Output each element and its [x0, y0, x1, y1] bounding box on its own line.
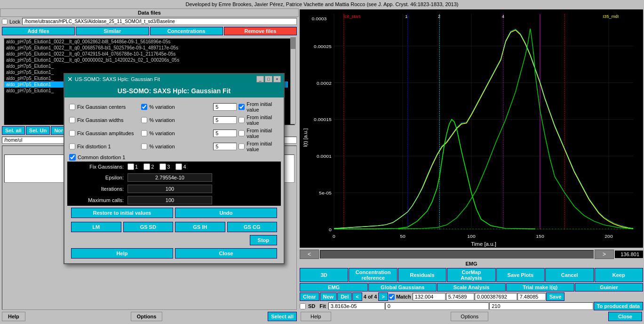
- close-button-bottom[interactable]: Close: [608, 312, 642, 321]
- next-button[interactable]: >: [378, 292, 388, 301]
- add-files-button[interactable]: Add files: [2, 27, 75, 35]
- del-button[interactable]: Del: [337, 292, 352, 301]
- emg-button[interactable]: EMG: [300, 283, 368, 292]
- concentrations-button[interactable]: Concentrations: [150, 27, 223, 35]
- dialog-close[interactable]: ×: [273, 76, 281, 82]
- gaussian-2-checkbox[interactable]: [143, 163, 150, 170]
- list-item[interactable]: aldo_pH7p5_Elution1_: [4, 63, 288, 69]
- guinier-button[interactable]: Guinier: [575, 283, 643, 292]
- tab-residuals[interactable]: Residuals: [398, 268, 446, 282]
- match-checkbox[interactable]: [389, 294, 395, 300]
- val3-input[interactable]: [475, 293, 517, 300]
- select-all-button[interactable]: Select all: [268, 312, 297, 321]
- sd-checkbox[interactable]: [300, 303, 306, 309]
- nav-progress-bar[interactable]: [320, 250, 594, 259]
- tab-cormap[interactable]: CorMap Analysis: [447, 268, 495, 282]
- from-initial-amp-label: From initial value: [246, 128, 279, 139]
- new-button[interactable]: New: [320, 292, 337, 301]
- remove-files-button[interactable]: Remove files: [224, 27, 297, 35]
- val1-input[interactable]: [413, 293, 445, 300]
- list-item[interactable]: aldo_pH7p5_Elution1_0022__lt_q0_0742915-…: [4, 51, 288, 57]
- help-button-bottom[interactable]: Help: [301, 312, 331, 321]
- pct-centers-input[interactable]: [213, 103, 237, 111]
- lock-path-input[interactable]: [22, 18, 297, 25]
- tab-3d[interactable]: 3D: [300, 268, 348, 282]
- max-calls-label: Maximum calls:: [71, 197, 127, 203]
- epsilon-input[interactable]: [127, 173, 212, 182]
- gaussian-2-label[interactable]: 2: [143, 163, 154, 170]
- dialog-maximize[interactable]: □: [265, 76, 272, 82]
- max-calls-input[interactable]: [127, 196, 212, 204]
- dialog-minimize[interactable]: _: [256, 76, 264, 82]
- from-initial-amp-checkbox[interactable]: [239, 130, 245, 137]
- val2-input[interactable]: [446, 293, 474, 300]
- nav-prev-button[interactable]: <: [300, 250, 319, 259]
- similar-button[interactable]: Similar: [76, 27, 149, 35]
- nav-next-button[interactable]: >: [595, 250, 614, 259]
- zero-input[interactable]: [385, 302, 489, 310]
- lock-checkbox[interactable]: [2, 19, 8, 24]
- lm-button[interactable]: LM: [71, 222, 121, 232]
- pct-widths-input[interactable]: [213, 116, 237, 124]
- pct-var-amp-checkbox[interactable]: [141, 130, 147, 137]
- dialog-close-button[interactable]: Close: [175, 248, 277, 259]
- gaussian-3-label[interactable]: 3: [159, 163, 170, 170]
- stop-button[interactable]: Stop: [250, 235, 277, 245]
- clear-button[interactable]: Clear: [300, 292, 319, 301]
- iterations-input[interactable]: [127, 185, 212, 193]
- pct-amp-input[interactable]: [213, 130, 237, 137]
- to-produced-data-button[interactable]: To produced data: [594, 302, 643, 310]
- gaussian-4-checkbox[interactable]: [175, 163, 182, 170]
- from-initial-widths-checkbox[interactable]: [239, 117, 245, 123]
- common-distortion-checkbox[interactable]: [69, 154, 76, 161]
- svg-text:0: 0: [329, 227, 332, 232]
- pct-var-dist-checkbox[interactable]: [141, 143, 147, 150]
- fix-centers-checkbox[interactable]: [69, 104, 75, 110]
- from-initial-dist-checkbox[interactable]: [239, 143, 245, 150]
- save-plots-button[interactable]: Save Plots: [496, 268, 545, 282]
- restore-button[interactable]: Restore to initial values: [71, 208, 173, 218]
- sel-all-button[interactable]: Sel. all: [2, 126, 25, 135]
- undo-button[interactable]: Undo: [175, 208, 277, 218]
- save-button[interactable]: Save: [546, 292, 565, 301]
- nav-value: 136.801: [615, 251, 643, 258]
- fix-distortion-checkbox[interactable]: [69, 143, 75, 150]
- fix-distortion-label: Fix distortion 1: [77, 144, 139, 149]
- val4-input[interactable]: [517, 293, 546, 300]
- tab-concentration-reference[interactable]: Concentration reference: [349, 268, 397, 282]
- prev-button[interactable]: <: [352, 292, 362, 301]
- options-button[interactable]: Options: [131, 312, 163, 321]
- dialog-help-button[interactable]: Help: [71, 248, 173, 259]
- keep-button[interactable]: Keep: [595, 268, 643, 282]
- help-close-row: Help Close: [67, 246, 281, 260]
- gaussian-1-checkbox[interactable]: [127, 163, 134, 170]
- options-button-bottom[interactable]: Options: [451, 312, 488, 321]
- gs-ih-button[interactable]: GS IH: [175, 222, 225, 232]
- gaussian-fit-dialog: ✕ US-SOMO: SAXS Hplc: Gaussian Fit _ □ ×…: [64, 73, 285, 264]
- fix-widths-checkbox[interactable]: [69, 117, 75, 123]
- fit-value-input[interactable]: [328, 302, 385, 310]
- list-item[interactable]: aldo_pH7p5_Elution1_0022__lt_q0_0062862-…: [4, 39, 288, 45]
- scale-analysis-button[interactable]: Scale Analysis: [437, 283, 505, 292]
- pct-dist-input[interactable]: [213, 143, 237, 150]
- epsilon-label: Epsilon:: [71, 175, 127, 180]
- pct-var-centers-checkbox[interactable]: [141, 104, 147, 110]
- gaussian-4-label[interactable]: 4: [175, 163, 186, 170]
- gaussian-3-checkbox[interactable]: [159, 163, 166, 170]
- dialog-close-x[interactable]: ✕: [67, 75, 73, 83]
- pct-var-widths-checkbox[interactable]: [141, 117, 147, 123]
- sel-un-button[interactable]: Sel. Un: [26, 126, 50, 135]
- list-item[interactable]: aldo_pH7p5_Elution1_0022__lt_q0_00000002…: [4, 57, 277, 63]
- gs-cg-button[interactable]: GS CG: [227, 222, 278, 232]
- from-initial-centers-checkbox[interactable]: [239, 104, 245, 110]
- val210-input[interactable]: [489, 302, 593, 310]
- gs-sd-button[interactable]: GS SD: [123, 222, 174, 232]
- cancel-button[interactable]: Cancel: [545, 268, 594, 282]
- gaussian-1-label[interactable]: 1: [127, 163, 138, 170]
- fix-amplitudes-checkbox[interactable]: [69, 130, 75, 137]
- restore-undo-row: Restore to initial values Undo: [67, 206, 281, 220]
- help-button-left[interactable]: Help: [2, 312, 25, 321]
- global-gaussians-button[interactable]: Global Gaussians: [368, 283, 437, 292]
- list-item[interactable]: aldo_pH7p5_Elution1_0022__lt_q0_00685768…: [4, 45, 288, 51]
- trial-make-button[interactable]: Trial make I(q): [506, 283, 574, 292]
